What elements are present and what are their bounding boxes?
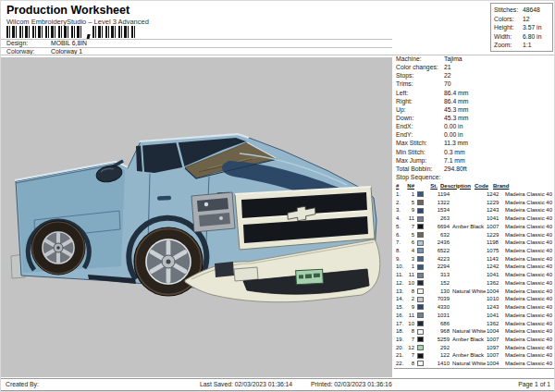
stop-sequence-row: 8. 4 6522 1075 Madeira Classic 40 bbox=[396, 247, 555, 255]
thread-code: 1243 bbox=[487, 303, 502, 312]
machine-info-label: Color changes: bbox=[396, 63, 444, 71]
thread-color-swatch bbox=[417, 216, 424, 222]
stitch-count: 6694 bbox=[426, 223, 450, 231]
stop-number: 11. bbox=[396, 271, 407, 279]
design-name-row: Design: MOBIL 6,8IN bbox=[6, 40, 87, 46]
thread-code: 1007 bbox=[487, 336, 502, 344]
thread-code: 1007 bbox=[487, 351, 502, 360]
page-title: Production Worksheet bbox=[6, 4, 130, 17]
thread-brand: Madeira Classic 40 bbox=[505, 190, 555, 199]
stats-value: 12 bbox=[523, 15, 530, 24]
stop-sequence-row: 12. 10 152 1362 Madeira Classic 40 bbox=[396, 279, 555, 288]
stop-sequence-row: 18. 8 968 Natural White 1004 Madeira Cla… bbox=[396, 327, 555, 336]
thread-color-swatch bbox=[417, 264, 424, 270]
stats-row: Stitches: 48648 bbox=[494, 6, 552, 15]
thread-brand: Madeira Classic 40 bbox=[505, 231, 555, 239]
machine-info-value: 70 bbox=[444, 80, 451, 88]
machine-info-label: Min Stitch: bbox=[396, 148, 444, 156]
footer-printed: Printed: 02/03/2023 01:36:16 bbox=[311, 381, 392, 387]
machine-info-value: 294.80ft bbox=[444, 165, 467, 173]
thread-brand: Madeira Classic 40 bbox=[505, 351, 555, 360]
thread-description: Amber Black bbox=[452, 223, 485, 231]
fog-lamp bbox=[234, 267, 258, 281]
col-header-num: # bbox=[396, 182, 407, 190]
machine-info-value: 7.1 mm bbox=[444, 156, 465, 165]
stop-sequence-row: 1. 1 1194 1242 Madeira Classic 40 bbox=[396, 190, 555, 199]
thread-brand: Madeira Classic 40 bbox=[505, 279, 555, 288]
thread-color-swatch bbox=[417, 256, 424, 262]
needle-number: 1 bbox=[407, 190, 414, 199]
stop-number: 6. bbox=[396, 231, 407, 239]
needle-number: 10 bbox=[407, 279, 414, 288]
machine-info-row: Machine: Tajima bbox=[396, 55, 555, 63]
stop-number: 12. bbox=[396, 279, 407, 288]
thread-brand: Madeira Classic 40 bbox=[505, 199, 555, 207]
thread-color-swatch bbox=[417, 321, 424, 326]
stop-sequence-row: 3. 9 1534 1243 Madeira Classic 40 bbox=[396, 206, 555, 214]
machine-info-label: Machine: bbox=[396, 55, 444, 63]
stop-number: 16. bbox=[396, 312, 407, 320]
needle-number: 9 bbox=[407, 206, 414, 214]
machine-info-row: Trims: 70 bbox=[396, 80, 555, 88]
thread-brand: Madeira Classic 40 bbox=[505, 360, 555, 368]
divider bbox=[1, 47, 392, 48]
thread-color-swatch bbox=[417, 280, 424, 286]
thread-code: 1242 bbox=[487, 190, 502, 199]
thread-code: 1004 bbox=[487, 288, 502, 296]
thread-code: 1004 bbox=[487, 327, 502, 336]
machine-info-label: Stops: bbox=[396, 71, 444, 80]
thread-brand: Madeira Classic 40 bbox=[505, 255, 555, 263]
machine-info-row: Up: 45.3 mm bbox=[396, 105, 555, 114]
production-worksheet-page: Production Worksheet Wilcom EmbroiderySt… bbox=[0, 0, 555, 392]
divider bbox=[1, 390, 555, 391]
machine-info-row: EndY: 0.00 in bbox=[396, 130, 555, 139]
barcode-bars-right bbox=[92, 26, 135, 38]
stop-number: 5. bbox=[396, 223, 407, 231]
stop-number: 2. bbox=[396, 199, 407, 207]
stop-sequence-row: 19. 7 5259 Amber Black 1007 Madeira Clas… bbox=[396, 336, 555, 344]
thread-brand: Madeira Classic 40 bbox=[505, 214, 555, 223]
stop-sequence-row: 17. 10 686 1362 Madeira Classic 40 bbox=[396, 320, 555, 328]
stats-row: Height: 3.57 in bbox=[494, 23, 552, 32]
stop-sequence-row: 2. 5 1322 1229 Madeira Classic 40 bbox=[396, 199, 555, 207]
machine-info-value: 11.3 mm bbox=[444, 139, 468, 147]
thread-color-swatch bbox=[417, 273, 424, 278]
stop-number: 3. bbox=[396, 206, 407, 214]
stats-value: 6.80 in bbox=[523, 32, 541, 42]
needle-number: 8 bbox=[407, 288, 414, 296]
stop-sequence-title: Stop Sequence: bbox=[396, 174, 440, 180]
stop-number: 17. bbox=[396, 320, 407, 328]
stop-number: 19. bbox=[396, 336, 407, 344]
divider bbox=[394, 368, 554, 369]
stop-sequence-row: 13. 8 130 Natural White 1004 Madeira Cla… bbox=[396, 288, 555, 296]
footer-last-saved: Last Saved: 02/03/2023 01:36:14 bbox=[200, 381, 292, 387]
stats-value: 1:1 bbox=[523, 41, 531, 50]
needle-number: 5 bbox=[407, 231, 414, 239]
design-value: MOBIL 6,8IN bbox=[51, 40, 87, 46]
stop-number: 8. bbox=[396, 247, 407, 255]
thread-color-swatch bbox=[417, 337, 424, 342]
thread-brand: Madeira Classic 40 bbox=[505, 247, 555, 255]
col-header-needle: N# bbox=[407, 182, 414, 190]
design-preview-area bbox=[1, 57, 392, 377]
stitch-count: 632 bbox=[426, 231, 450, 239]
thread-color-swatch bbox=[417, 353, 424, 359]
thread-code: 1007 bbox=[487, 223, 502, 231]
col-header-brand: Brand bbox=[493, 182, 555, 190]
stitch-count: 1534 bbox=[426, 206, 450, 214]
stitch-count: 152 bbox=[426, 279, 450, 288]
machine-info-value: 0.00 in bbox=[444, 130, 462, 139]
thread-code: 1010 bbox=[487, 295, 502, 303]
thread-color-swatch bbox=[417, 329, 424, 335]
thread-description: Natural White bbox=[452, 288, 485, 296]
thread-brand: Madeira Classic 40 bbox=[505, 288, 555, 296]
thread-code: 1097 bbox=[487, 344, 502, 352]
machine-info-value: 45.3 mm bbox=[444, 105, 468, 114]
needle-number: 7 bbox=[407, 223, 414, 231]
thread-color-swatch bbox=[417, 232, 424, 238]
stitch-count: 6522 bbox=[426, 247, 450, 255]
machine-info-row: Right: 86.4 mm bbox=[396, 97, 555, 105]
thread-code: 1004 bbox=[487, 360, 502, 368]
thread-code: 1041 bbox=[487, 214, 502, 223]
col-header-stitches: St. bbox=[414, 182, 438, 190]
